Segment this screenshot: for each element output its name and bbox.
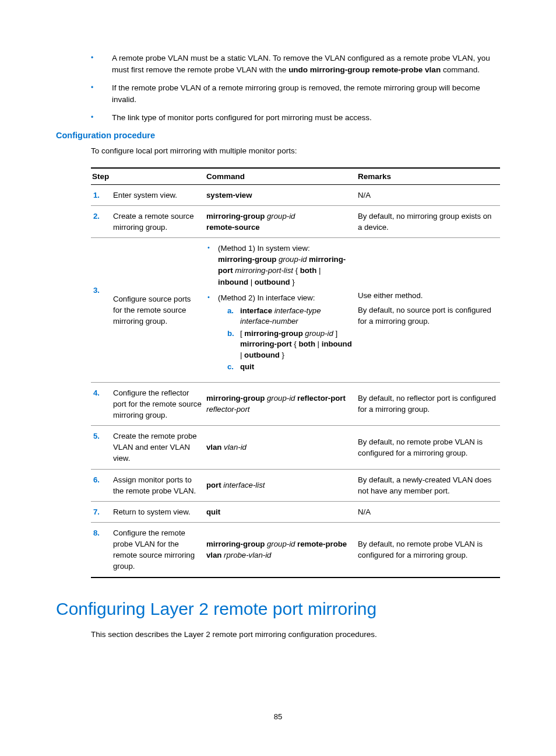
remarks-cell: By default, no mirroring group exists on… — [357, 205, 500, 237]
command-cell: vlan vlan-id — [205, 426, 357, 469]
method-2-steps: a.interface interface-type interface-num… — [218, 306, 353, 373]
step-number: 4. — [91, 382, 112, 425]
remarks-cell: By default, a newly-created VLAN does no… — [357, 469, 500, 501]
step-number: 2. — [91, 205, 112, 237]
step-description: Create a remote source mirroring group. — [112, 205, 205, 237]
page-intro: This section describes the Layer 2 remot… — [91, 629, 500, 640]
step-number: 5. — [91, 426, 112, 469]
command-cell: mirroring-group group-id reflector-port … — [205, 382, 357, 425]
table-row: 1.Enter system view.system-viewN/A — [91, 184, 500, 205]
remarks-cell: By default, no remote probe VLAN is conf… — [357, 426, 500, 469]
step-description: Create the remote probe VLAN and enter V… — [112, 426, 205, 469]
step-description: Assign monitor ports to the remote probe… — [112, 469, 205, 501]
method-1: (Method 1) In system view:mirroring-grou… — [206, 243, 353, 288]
substep-c: c.quit — [227, 362, 353, 372]
col-command: Command — [205, 168, 357, 185]
step-number: 3. — [91, 238, 112, 383]
table-row: 7.Return to system view.quitN/A — [91, 501, 500, 522]
table-row: 8.Configure the remote probe VLAN for th… — [91, 523, 500, 578]
step-number: 7. — [91, 501, 112, 522]
config-table: Step Command Remarks 1.Enter system view… — [91, 167, 500, 578]
section-heading: Configuration procedure — [56, 131, 500, 140]
command-cell: mirroring-group group-id remote-source — [205, 205, 357, 237]
table-row: 4.Configure the reflector port for the r… — [91, 382, 500, 425]
table-row: 6.Assign monitor ports to the remote pro… — [91, 469, 500, 501]
note-item: The link type of monitor ports configure… — [91, 112, 500, 124]
command-cell: system-view — [205, 184, 357, 205]
step-description: Return to system view. — [112, 501, 205, 522]
note-text-post: command. — [441, 65, 480, 74]
page-number: 85 — [0, 712, 556, 721]
remarks-cell: N/A — [357, 184, 500, 205]
command-cell: mirroring-group group-id remote-probe vl… — [205, 523, 357, 578]
command-cell: (Method 1) In system view:mirroring-grou… — [205, 238, 357, 383]
remarks-cell: Use either method.By default, no source … — [357, 238, 500, 383]
substep-a: a.interface interface-type interface-num… — [227, 306, 353, 327]
substep-b: b.[ mirroring-group group-id ] mirroring… — [227, 328, 353, 360]
table-row: 3.Configure source ports for the remote … — [91, 238, 500, 383]
step-description: Enter system view. — [112, 184, 205, 205]
step-description: Configure the reflector port for the rem… — [112, 382, 205, 425]
command-cell: port interface-list — [205, 469, 357, 501]
step-number: 6. — [91, 469, 112, 501]
note-item: If the remote probe VLAN of a remote mir… — [91, 82, 500, 105]
table-row: 2.Create a remote source mirroring group… — [91, 205, 500, 237]
notes-list: A remote probe VLAN must be a static VLA… — [91, 52, 500, 124]
remarks-cell: N/A — [357, 501, 500, 522]
table-row: 5.Create the remote probe VLAN and enter… — [91, 426, 500, 469]
note-text-bold: undo mirroring-group remote-probe vlan — [288, 65, 441, 74]
step-number: 8. — [91, 523, 112, 578]
step-description: Configure source ports for the remote so… — [112, 238, 205, 383]
method-list: (Method 1) In system view:mirroring-grou… — [206, 243, 353, 373]
page-title: Configuring Layer 2 remote port mirrorin… — [56, 599, 500, 619]
note-item: A remote probe VLAN must be a static VLA… — [91, 52, 500, 75]
method-2: (Method 2) In interface view:a.interface… — [206, 292, 353, 373]
step-description: Configure the remote probe VLAN for the … — [112, 523, 205, 578]
note-text: If the remote probe VLAN of a remote mir… — [112, 83, 480, 104]
table-header-row: Step Command Remarks — [91, 168, 500, 185]
col-remarks: Remarks — [357, 168, 500, 185]
step-number: 1. — [91, 184, 112, 205]
command-cell: quit — [205, 501, 357, 522]
note-text: The link type of monitor ports configure… — [112, 113, 372, 122]
col-step: Step — [91, 168, 205, 185]
section-intro: To configure local port mirroring with m… — [91, 146, 500, 157]
remarks-cell: By default, no remote probe VLAN is conf… — [357, 523, 500, 578]
remarks-cell: By default, no reflector port is configu… — [357, 382, 500, 425]
